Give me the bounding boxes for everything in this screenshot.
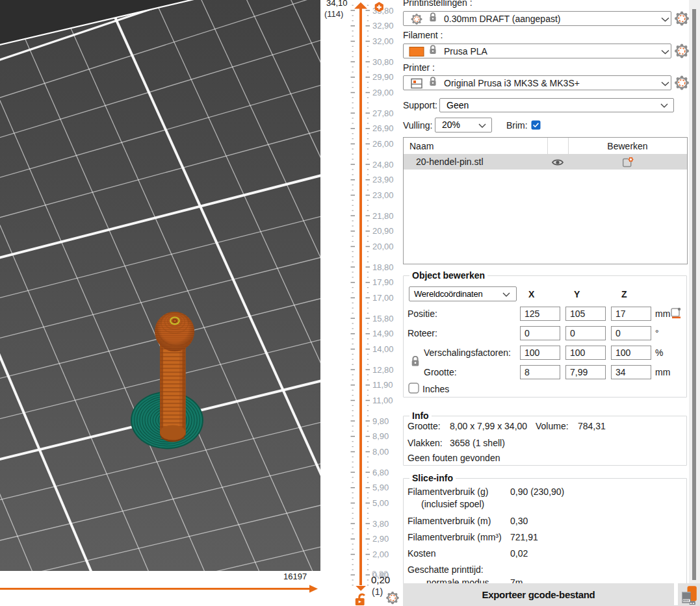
svg-text:14,00: 14,00 [372,344,394,354]
svg-text:17,90: 17,90 [372,277,394,287]
svg-text:27,80: 27,80 [372,108,394,118]
svg-text:23,00: 23,00 [372,190,394,200]
svg-text:24,80: 24,80 [372,160,394,170]
svg-text:30,80: 30,80 [372,57,394,67]
svg-text:14,90: 14,90 [372,329,394,338]
svg-text:34,10: 34,10 [326,0,348,8]
svg-text:26,00: 26,00 [372,139,394,149]
svg-text:8,90: 8,90 [372,431,389,441]
svg-text:3,80: 3,80 [372,519,389,529]
svg-text:18,80: 18,80 [372,262,394,272]
svg-text:12,80: 12,80 [372,365,394,375]
svg-text:32,90: 32,90 [372,21,394,31]
svg-text:8,00: 8,00 [372,447,389,457]
svg-text:11,90: 11,90 [372,380,393,390]
svg-text:11,00: 11,00 [372,396,393,405]
svg-text:6,80: 6,80 [372,468,389,477]
svg-text:17,00: 17,00 [372,293,394,303]
svg-text:32,00: 32,00 [372,36,394,46]
svg-text:9,80: 9,80 [372,416,389,426]
svg-text:5,00: 5,00 [372,498,389,508]
svg-text:(114): (114) [324,9,343,19]
svg-text:2,90: 2,90 [372,534,389,544]
svg-text:0,80: 0,80 [372,569,388,579]
svg-text:33,80: 33,80 [372,6,394,16]
svg-text:20,00: 20,00 [372,242,394,251]
svg-text:29,90: 29,90 [372,72,394,82]
svg-text:2,00: 2,00 [372,549,389,559]
svg-text:23,90: 23,90 [372,175,394,184]
svg-text:0,80: 0,80 [372,570,389,580]
svg-text:5,90: 5,90 [372,483,389,492]
svg-text:15,80: 15,80 [372,314,394,323]
svg-text:(1): (1) [372,587,383,597]
svg-text:20,90: 20,90 [372,226,394,236]
svg-text:26,90: 26,90 [372,123,394,133]
svg-text:29,00: 29,00 [372,88,394,97]
svg-text:0,20: 0,20 [371,574,390,585]
svg-text:21,80: 21,80 [372,211,394,221]
